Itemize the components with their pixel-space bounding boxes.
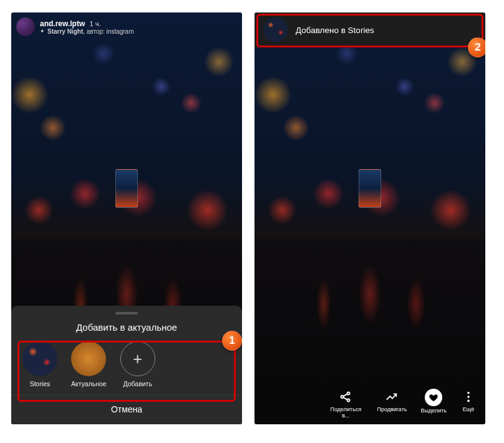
sheet-title: Добавить в актуальное: [11, 322, 242, 333]
filter-name: Starry Night: [47, 28, 83, 35]
center-thumbnail: [115, 169, 138, 208]
phone-left: and.rew.lptw 1 ч. ✦ Starry Night, автор:…: [11, 12, 242, 424]
more-button[interactable]: Ещё: [460, 389, 477, 419]
center-thumbnail: [359, 169, 381, 208]
share-icon: [337, 389, 354, 405]
story-time: 1 ч.: [90, 20, 101, 27]
highlight-stories-label: Stories: [30, 380, 51, 387]
promote-button[interactable]: Продвигать: [377, 389, 407, 419]
trend-icon: [384, 389, 400, 405]
story-header: and.rew.lptw 1 ч. ✦ Starry Night, автор:…: [16, 17, 134, 36]
cancel-button[interactable]: Отмена: [11, 395, 242, 424]
more-label: Ещё: [463, 407, 474, 413]
highlight-add-label: Добавить: [124, 380, 152, 387]
svg-point-3: [467, 392, 470, 394]
highlight-actual[interactable]: Актуальное: [71, 341, 107, 387]
svg-point-2: [347, 399, 350, 402]
toast-thumbnail: [263, 17, 288, 42]
svg-point-4: [467, 396, 470, 398]
annotation-badge-1: 1: [222, 331, 242, 351]
sheet-grabber[interactable]: [115, 312, 138, 314]
story-action-row: Поделиться в... Продвигать Выделить Ещё: [254, 389, 485, 419]
phone-right: Добавлено в Stories 2 Поделиться в... Пр…: [254, 12, 485, 424]
highlight-actual-thumb: [71, 341, 106, 376]
toast-text: Добавлено в Stories: [296, 26, 374, 35]
username[interactable]: and.rew.lptw: [40, 19, 85, 28]
toast-bar: Добавлено в Stories: [254, 12, 485, 47]
highlight-button[interactable]: Выделить: [420, 389, 447, 419]
avatar[interactable]: [16, 17, 35, 36]
svg-point-5: [467, 400, 470, 402]
story-background: [254, 12, 485, 424]
heart-icon: [425, 389, 442, 406]
highlight-add[interactable]: + Добавить: [120, 341, 155, 387]
highlights-row: Stories Актуальное + Добавить: [11, 341, 242, 395]
more-icon: [460, 389, 477, 405]
highlights-sheet: Добавить в актуальное Stories Актуальное…: [11, 306, 242, 424]
highlight-label: Выделить: [420, 408, 447, 414]
annotation-badge-2: 2: [468, 37, 485, 57]
share-button[interactable]: Поделиться в...: [328, 389, 363, 419]
highlight-actual-label: Актуальное: [71, 380, 107, 387]
share-label: Поделиться в...: [328, 407, 363, 419]
plus-icon: +: [120, 341, 155, 376]
svg-point-1: [347, 392, 350, 395]
filter-author: автор: instagram: [87, 28, 134, 35]
svg-point-0: [341, 396, 344, 398]
promote-label: Продвигать: [377, 407, 407, 413]
sparkle-icon: ✦: [40, 28, 45, 34]
highlight-stories-thumb: [22, 341, 57, 376]
highlight-stories[interactable]: Stories: [22, 341, 57, 387]
